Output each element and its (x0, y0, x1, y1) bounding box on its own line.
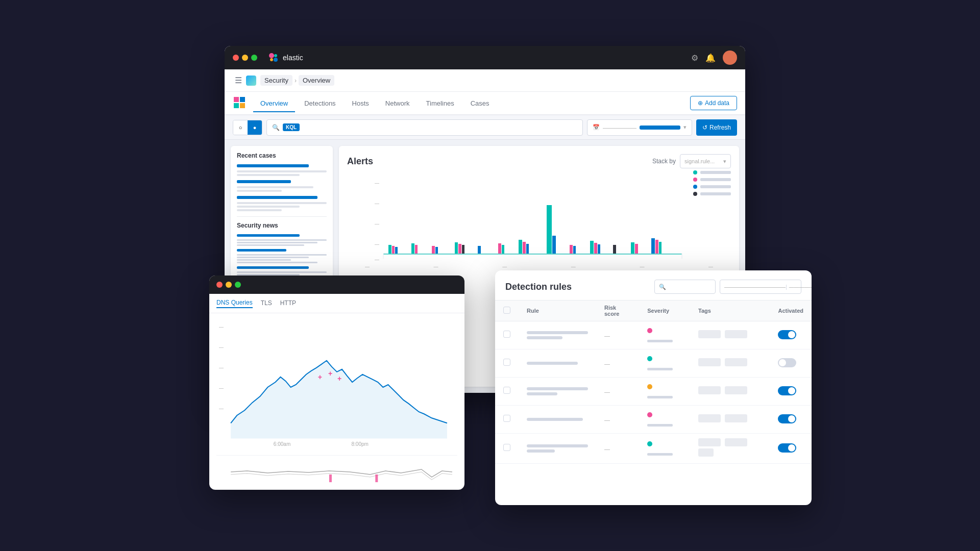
case-bar-2 (237, 180, 291, 183)
minimize-button-network[interactable] (226, 282, 232, 288)
activated-toggle[interactable] (778, 358, 796, 367)
network-tab-dns[interactable]: DNS Queries (216, 299, 253, 308)
tab-hosts[interactable]: Hosts (345, 95, 376, 112)
hamburger-icon[interactable]: ☰ (235, 76, 242, 85)
legend-item-1 (693, 170, 731, 174)
select-all-checkbox[interactable] (503, 307, 510, 314)
stack-by-select[interactable]: signal.rule... ▾ (680, 154, 731, 168)
svg-rect-37 (613, 245, 616, 254)
row-checkbox[interactable] (503, 359, 510, 366)
add-data-button[interactable]: ⊕ Add data (690, 96, 737, 110)
breadcrumb-overview[interactable]: Overview (299, 75, 334, 86)
svg-rect-42 (659, 242, 662, 254)
tab-cases[interactable]: Cases (463, 95, 497, 112)
activated-toggle[interactable] (778, 330, 796, 339)
tag-1 (698, 330, 721, 338)
maximize-button[interactable] (251, 55, 257, 61)
search-icon: 🔍 (272, 124, 280, 131)
legend-text-2 (700, 178, 731, 181)
tab-detections[interactable]: Detections (297, 95, 342, 112)
elastic-logo: elastic (267, 52, 303, 64)
svg-rect-39 (635, 244, 638, 254)
col-activated: Activated (770, 300, 812, 321)
elastic-logo-icon (267, 52, 280, 64)
case-line (237, 174, 300, 176)
detection-rules-table: Rule Risk score Severity Tags Activated … (495, 300, 812, 464)
news-line (237, 259, 291, 261)
case-bar-1 (237, 164, 309, 167)
tab-overview[interactable]: Overview (253, 95, 295, 112)
notifications-icon[interactable]: 🔔 (705, 53, 716, 63)
svg-rect-28 (523, 242, 526, 254)
news-lines-3 (237, 271, 327, 276)
svg-rect-17 (411, 243, 414, 254)
legend-dot-4 (693, 192, 697, 196)
close-button-network[interactable] (216, 282, 223, 288)
legend-text-4 (700, 192, 731, 195)
rule-name-bar (527, 418, 583, 421)
detection-filter-btn[interactable]: ———————————— | ———————— (720, 280, 801, 294)
row-checkbox[interactable] (503, 387, 510, 394)
maximize-button-network[interactable] (235, 282, 241, 288)
severity-text (647, 396, 673, 398)
svg-point-2 (270, 58, 273, 61)
svg-text:—: — (219, 406, 224, 411)
legend-item-3 (693, 185, 731, 189)
table-row: — (495, 378, 812, 406)
severity-text (647, 340, 673, 342)
risk-score: — (604, 389, 610, 395)
svg-rect-27 (519, 240, 522, 254)
activated-toggle[interactable] (778, 386, 796, 395)
svg-rect-34 (590, 241, 594, 254)
case-line (237, 186, 313, 188)
network-tab-tls[interactable]: TLS (261, 299, 272, 308)
chart-header: Alerts Stack by signal.rule... ▾ (347, 154, 731, 168)
tab-network[interactable]: Network (378, 95, 417, 112)
news-bar-2 (237, 249, 286, 252)
svg-point-0 (269, 53, 274, 58)
close-button[interactable] (233, 55, 239, 61)
settings-icon[interactable]: ⚙ (691, 53, 698, 63)
minimize-button[interactable] (242, 55, 248, 61)
network-mini-chart (216, 455, 457, 486)
risk-score: — (604, 361, 610, 367)
svg-rect-36 (598, 244, 600, 254)
breadcrumb-security[interactable]: Security (260, 75, 292, 86)
search-icon: 🔍 (659, 284, 666, 290)
tab-timelines[interactable]: Timelines (419, 95, 461, 112)
svg-rect-26 (502, 245, 504, 254)
toggle-off-btn[interactable]: ○ (233, 120, 248, 135)
tag-2 (725, 358, 747, 366)
case-line (237, 202, 327, 204)
detection-search-input[interactable]: 🔍 (654, 280, 716, 294)
svg-text:8:00pm: 8:00pm (351, 442, 368, 447)
app-icon (246, 76, 256, 86)
row-checkbox[interactable] (503, 331, 510, 338)
svg-rect-6 (234, 103, 239, 108)
legend-dot-2 (693, 178, 697, 182)
svg-rect-40 (651, 238, 655, 254)
date-picker[interactable]: 📅 —————— ▾ (587, 119, 692, 136)
activated-toggle[interactable] (778, 443, 796, 453)
tag-2 (725, 438, 747, 446)
severity-dot (647, 412, 652, 417)
avatar[interactable] (723, 51, 737, 65)
x-label: — (434, 264, 438, 269)
row-checkbox[interactable] (503, 444, 510, 451)
toggle-on-btn[interactable]: ● (248, 120, 262, 135)
table-row: — (495, 349, 812, 378)
svg-text:—: — (219, 386, 224, 391)
network-window-header (209, 276, 464, 294)
tag-2 (725, 386, 747, 394)
add-data-label: Add data (705, 99, 729, 107)
legend-dot-3 (693, 185, 697, 189)
network-tab-http[interactable]: HTTP (280, 299, 296, 308)
activated-toggle[interactable] (778, 414, 796, 423)
refresh-button[interactable]: ↺ Refresh (696, 119, 737, 136)
recent-cases-title: Recent cases (237, 152, 327, 159)
search-bar: 🔍 KQL (266, 119, 583, 136)
rule-name-bar (527, 444, 588, 447)
tag-1 (698, 386, 721, 394)
legend-text-3 (700, 185, 731, 188)
row-checkbox[interactable] (503, 415, 510, 422)
